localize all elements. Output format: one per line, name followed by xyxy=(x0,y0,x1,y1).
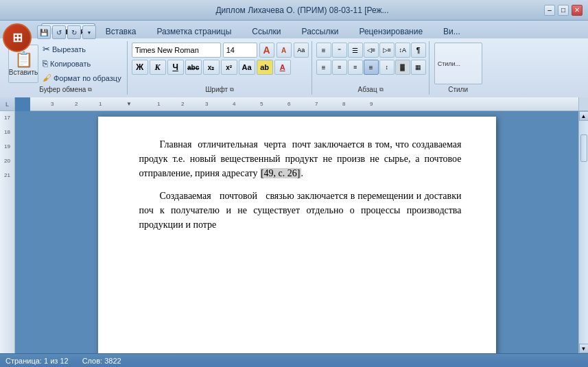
format-painter-button[interactable]: 🖌 Формат по образцу xyxy=(40,71,124,84)
ruler-mark-6: 6 xyxy=(287,101,290,107)
document-page: Главная отличительная черта почт заключа… xyxy=(98,117,496,353)
tab-page-layout[interactable]: Разметка страницы xyxy=(146,23,242,38)
format-painter-label: Формат по образцу xyxy=(54,74,121,82)
paste-label: Вставить xyxy=(9,69,38,76)
font-format-buttons: Ж К Ч abc x₂ x² Aa ab A xyxy=(132,60,291,75)
vmark-20: 20 xyxy=(4,158,10,164)
font-group-content: A A Aa Ж К Ч abc x₂ x² Aa ab xyxy=(132,43,309,84)
vertical-scrollbar[interactable]: ▲ ▼ xyxy=(578,111,588,353)
citation-highlight: [49, с. 26] xyxy=(260,168,301,178)
tab-insert[interactable]: Вставка xyxy=(95,23,147,38)
window-title: Диплом Лихачева О. (ПРИМ) 08-03-11 [Реж.… xyxy=(60,5,544,15)
ruler-mark-8: 8 xyxy=(342,101,345,107)
restore-button[interactable]: □ xyxy=(558,5,569,16)
vmark-18: 18 xyxy=(4,129,10,135)
change-case-button[interactable]: Aa xyxy=(294,43,309,58)
qa-dropdown-button[interactable]: ▼ xyxy=(82,25,96,39)
increase-indent-button[interactable]: ▷≡ xyxy=(379,43,395,58)
highlight-button[interactable]: ab xyxy=(257,60,273,75)
bullets-button[interactable]: ≡ xyxy=(316,43,331,58)
scrollbar-corner-top xyxy=(578,97,588,111)
strikethrough-button[interactable]: abc xyxy=(185,60,202,75)
ruler-corner: L xyxy=(0,97,15,111)
format-painter-icon: 🖌 xyxy=(43,73,51,83)
vmark-19: 19 xyxy=(4,143,10,150)
tab-view[interactable]: Ви... xyxy=(433,23,471,38)
clipboard-right: ✂ Вырезать ⎘ Копировать 🖌 Формат по обра… xyxy=(40,43,124,84)
main-area: L 3 2 1 ▼ 1 2 3 4 5 6 7 8 xyxy=(0,97,588,353)
ruler-mark-7: 7 xyxy=(315,101,318,107)
close-button[interactable]: ✕ xyxy=(572,5,583,16)
italic-button[interactable]: К xyxy=(150,60,166,75)
ruler-mark-1: 1 xyxy=(157,101,160,107)
paste-icon: 📋 xyxy=(14,51,33,69)
tab-review[interactable]: Рецензирование xyxy=(349,23,433,38)
shrink-font-button[interactable]: A xyxy=(277,43,292,58)
paragraph-expander[interactable]: ⧉ xyxy=(379,87,384,93)
ruler-mark-3: 3 xyxy=(205,101,208,107)
font-expander[interactable]: ⧉ xyxy=(229,87,235,93)
font-name-row: A A Aa xyxy=(132,43,309,58)
redo-button[interactable]: ↻ xyxy=(67,25,81,39)
superscript-button[interactable]: x² xyxy=(221,60,237,75)
justify-button[interactable]: ≡ xyxy=(364,60,379,75)
align-right-button[interactable]: ≡ xyxy=(348,60,363,75)
ruler-mark-4: 4 xyxy=(233,101,235,107)
copy-button[interactable]: ⎘ Копировать xyxy=(40,57,124,70)
undo-button[interactable]: ↺ xyxy=(52,25,66,39)
horizontal-ruler: 3 2 1 ▼ 1 2 3 4 5 6 7 8 9 xyxy=(30,97,578,111)
align-center-button[interactable]: ≡ xyxy=(332,60,347,75)
underline-button[interactable]: Ч xyxy=(167,60,184,75)
sort-button[interactable]: ↕A xyxy=(395,43,410,58)
ruler-tab-marker: ▼ xyxy=(126,101,132,107)
paragraph-1: Главная отличительная черта почт заключа… xyxy=(139,137,462,180)
clipboard-label: Буфер обмена ⧉ xyxy=(39,84,93,93)
line-spacing-button[interactable]: ↕ xyxy=(379,60,395,75)
border-button[interactable]: ▦ xyxy=(411,60,426,75)
font-name-input[interactable] xyxy=(132,43,221,58)
cut-button[interactable]: ✂ Вырезать xyxy=(40,43,124,56)
styles-group: Стили... Стили xyxy=(431,41,486,95)
document-area: L 3 2 1 ▼ 1 2 3 4 5 6 7 8 xyxy=(0,97,588,353)
decrease-indent-button[interactable]: ◁≡ xyxy=(364,43,379,58)
office-icon: ⊞ xyxy=(12,30,23,45)
vmark-21: 21 xyxy=(4,172,10,178)
font-color-button[interactable]: A xyxy=(274,60,291,75)
font-label: Шрифт ⧉ xyxy=(205,84,235,93)
document-scroll-area[interactable]: Главная отличительная черта почт заключа… xyxy=(15,111,578,353)
bold-button[interactable]: Ж xyxy=(132,60,148,75)
tab-references[interactable]: Ссылки xyxy=(242,23,291,38)
ruler-mark-n1: 1 xyxy=(99,101,102,107)
scroll-down-button[interactable]: ▼ xyxy=(579,344,589,353)
scroll-up-button[interactable]: ▲ xyxy=(579,111,589,121)
shading-button[interactable]: ▓ xyxy=(395,60,410,75)
font-group: A A Aa Ж К Ч abc x₂ x² Aa ab xyxy=(129,41,312,95)
list-buttons-row: ≡ ⁼ ☰ ◁≡ ▷≡ ↕A ¶ xyxy=(316,43,426,58)
clipboard-expander[interactable]: ⧉ xyxy=(87,87,93,93)
multilevel-button[interactable]: ☰ xyxy=(348,43,363,58)
text-effects-button[interactable]: Aa xyxy=(239,60,255,75)
scroll-track[interactable] xyxy=(580,121,588,344)
content-row: 17 18 19 20 21 Главная отличительная чер… xyxy=(0,111,588,353)
office-button[interactable]: ⊞ xyxy=(3,23,32,52)
show-formatting-button[interactable]: ¶ xyxy=(411,43,426,58)
align-buttons-row: ≡ ≡ ≡ ≡ ↕ ▓ ▦ xyxy=(316,60,426,75)
page-indicator: Страница: 1 из 12 xyxy=(5,357,69,365)
subscript-button[interactable]: x₂ xyxy=(203,60,220,75)
grow-font-button[interactable]: A xyxy=(259,43,274,58)
numbering-button[interactable]: ⁼ xyxy=(332,43,347,58)
copy-icon: ⎘ xyxy=(43,58,48,69)
status-bar: Страница: 1 из 12 Слов: 3822 xyxy=(0,353,588,367)
styles-label: Стили xyxy=(448,84,468,93)
styles-content: Стили... xyxy=(434,43,482,84)
align-left-button[interactable]: ≡ xyxy=(316,60,331,75)
ruler-marks: 3 2 1 ▼ 1 2 3 4 5 6 7 8 9 xyxy=(30,97,578,110)
scroll-thumb[interactable] xyxy=(580,134,587,162)
tab-mailings[interactable]: Рассылки xyxy=(292,23,349,38)
minimize-button[interactable]: – xyxy=(544,5,555,16)
ruler-mark-5: 5 xyxy=(260,101,263,107)
font-size-input[interactable] xyxy=(223,43,257,58)
vertical-ruler: 17 18 19 20 21 xyxy=(0,111,15,353)
word-count: Слов: 3822 xyxy=(82,357,121,365)
save-button[interactable]: 💾 xyxy=(37,25,51,39)
